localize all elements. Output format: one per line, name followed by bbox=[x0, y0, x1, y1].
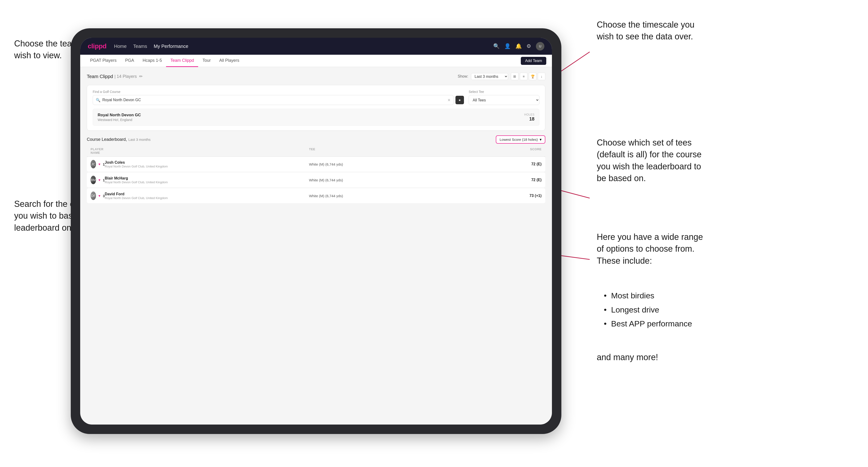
rank-2: 1 bbox=[103, 178, 105, 182]
annotation-many-more: and many more! bbox=[597, 351, 658, 363]
find-course-label: Find a Golf Course bbox=[93, 90, 464, 94]
download-btn[interactable]: ↓ bbox=[538, 73, 545, 80]
player-details-2: Blair McHarg Royal North Devon Golf Club… bbox=[105, 176, 309, 184]
settings-icon[interactable]: ⚙ bbox=[526, 43, 531, 49]
navbar-links: Home Teams My Performance bbox=[114, 44, 188, 49]
tabs-bar: PGAT Players PGA Hcaps 1-5 Team Clippd T… bbox=[80, 55, 552, 67]
tab-pga[interactable]: PGA bbox=[121, 55, 138, 67]
trophy-view-btn[interactable]: 🏆 bbox=[529, 73, 536, 80]
player-name-3: David Ford bbox=[105, 192, 309, 196]
table-row: BM ♥ 1 Blair McHarg Royal North Devon Go… bbox=[87, 173, 545, 188]
show-label: Show: bbox=[458, 74, 468, 79]
course-info: Royal North Devon GC Westward Ho!, Engla… bbox=[98, 113, 524, 122]
search-section: Find a Golf Course 🔍 ✕ ★ bbox=[87, 85, 545, 131]
team-right: Show: Last 3 months ⊞ ≡ 🏆 ↓ bbox=[458, 73, 545, 80]
search-row: Find a Golf Course 🔍 ✕ ★ bbox=[93, 90, 539, 105]
score-1: 72 (E) bbox=[513, 162, 541, 166]
annotation-bottom-right-header: Here you have a wide rangeof options to … bbox=[597, 231, 703, 267]
tee-info-1: White (M) (6,744 yds) bbox=[309, 162, 513, 166]
player-name-2: Blair McHarg bbox=[105, 176, 309, 181]
player-details-1: Josh Coles Royal North Devon Golf Club, … bbox=[105, 160, 309, 168]
player-avatar-1: JC bbox=[91, 160, 96, 168]
nav-my-performance[interactable]: My Performance bbox=[154, 44, 188, 49]
player-rank-2: BM ♥ 1 bbox=[91, 176, 105, 184]
tab-all-players[interactable]: All Players bbox=[215, 55, 244, 67]
col-player: PLAYER NAME bbox=[91, 148, 105, 154]
holes-number: 18 bbox=[524, 116, 534, 122]
tab-tour[interactable]: Tour bbox=[198, 55, 215, 67]
player-details-3: David Ford Royal North Devon Golf Club, … bbox=[105, 192, 309, 200]
list-view-btn[interactable]: ≡ bbox=[520, 73, 527, 80]
player-rank-3: DF ♥ 3 bbox=[91, 191, 105, 200]
app-container: clippd Home Teams My Performance 🔍 👤 🔔 ⚙… bbox=[80, 38, 552, 425]
player-club-1: Royal North Devon Golf Club, United King… bbox=[105, 165, 309, 168]
tab-pgat-players[interactable]: PGAT Players bbox=[86, 55, 121, 67]
tab-team-clippd[interactable]: Team Clippd bbox=[166, 55, 198, 67]
col-score: SCORE bbox=[513, 148, 541, 154]
user-avatar[interactable]: U bbox=[536, 42, 545, 51]
heart-icon-2[interactable]: ♥ bbox=[98, 178, 100, 182]
app-logo: clippd bbox=[88, 42, 106, 50]
score-dropdown[interactable]: Lowest Score (18 holes) ▾ bbox=[496, 135, 545, 144]
player-name-1: Josh Coles bbox=[105, 160, 309, 165]
player-avatar-2: BM bbox=[91, 176, 96, 184]
tee-info-3: White (M) (6,744 yds) bbox=[309, 194, 513, 198]
tablet-screen: clippd Home Teams My Performance 🔍 👤 🔔 ⚙… bbox=[80, 38, 552, 425]
add-team-button[interactable]: Add Team bbox=[521, 57, 546, 65]
course-search-wrapper: 🔍 ✕ bbox=[93, 95, 454, 105]
table-row: JC ♥ 1 Josh Coles Royal North Devon Golf… bbox=[87, 157, 545, 172]
score-2: 72 (E) bbox=[513, 178, 541, 182]
tab-hcaps[interactable]: Hcaps 1-5 bbox=[138, 55, 166, 67]
team-count: | 14 Players bbox=[115, 74, 137, 79]
annotation-top-right: Choose the timescale youwish to see the … bbox=[597, 19, 694, 43]
search-clear-icon[interactable]: ✕ bbox=[447, 98, 451, 102]
annotation-bullet-items: • Most birdies • Longest drive • Best AP… bbox=[604, 290, 692, 332]
table-header: PLAYER NAME TEE SCORE bbox=[87, 148, 545, 157]
tablet-frame: clippd Home Teams My Performance 🔍 👤 🔔 ⚙… bbox=[71, 28, 561, 434]
edit-icon[interactable]: ✏ bbox=[139, 74, 143, 79]
team-header: Team Clippd | 14 Players ✏ Show: Last 3 … bbox=[87, 73, 545, 80]
player-club-2: Royal North Devon Golf Club, United King… bbox=[105, 181, 309, 184]
navbar: clippd Home Teams My Performance 🔍 👤 🔔 ⚙… bbox=[80, 38, 552, 55]
show-select[interactable]: Last 3 months bbox=[471, 73, 508, 80]
heart-icon-3[interactable]: ♥ bbox=[98, 194, 100, 198]
player-rank-1: JC ♥ 1 bbox=[91, 160, 105, 168]
users-icon[interactable]: 👤 bbox=[504, 43, 511, 49]
tee-select[interactable]: All Tees bbox=[469, 95, 539, 105]
navbar-right: 🔍 👤 🔔 ⚙ U bbox=[493, 42, 545, 51]
annotation-middle-right: Choose which set of tees(default is all)… bbox=[597, 137, 702, 184]
leaderboard-header: Course Leaderboard, Last 3 months Lowest… bbox=[87, 135, 545, 144]
leaderboard-section: Course Leaderboard, Last 3 months Lowest… bbox=[87, 135, 545, 204]
player-avatar-3: DF bbox=[91, 191, 96, 200]
course-name: Royal North Devon GC bbox=[98, 113, 524, 118]
holes-label: Holes bbox=[524, 113, 534, 116]
col-tee: TEE bbox=[309, 148, 513, 154]
nav-home[interactable]: Home bbox=[114, 44, 126, 49]
course-result: Royal North Devon GC Westward Ho!, Engla… bbox=[93, 109, 539, 126]
leaderboard-subtitle: Last 3 months bbox=[128, 137, 151, 142]
tee-info-2: White (M) (6,744 yds) bbox=[309, 178, 513, 182]
nav-teams[interactable]: Teams bbox=[133, 44, 147, 49]
main-content: Team Clippd | 14 Players ✏ Show: Last 3 … bbox=[80, 67, 552, 425]
tee-label: Select Tee bbox=[469, 90, 539, 94]
team-title: Team Clippd bbox=[87, 74, 113, 79]
search-icon[interactable]: 🔍 bbox=[493, 43, 500, 49]
tee-group: Select Tee All Tees bbox=[469, 90, 539, 105]
player-club-3: Royal North Devon Golf Club, United King… bbox=[105, 196, 309, 200]
grid-view-btn[interactable]: ⊞ bbox=[511, 73, 519, 80]
course-search-input[interactable] bbox=[102, 98, 447, 102]
course-search-group: Find a Golf Course 🔍 ✕ ★ bbox=[93, 90, 464, 105]
table-row: DF ♥ 3 David Ford Royal North Devon Golf… bbox=[87, 188, 545, 204]
search-magnifier-icon: 🔍 bbox=[96, 98, 100, 102]
course-location: Westward Ho!, England bbox=[98, 118, 524, 122]
score-dropdown-text: Lowest Score (18 holes) bbox=[500, 137, 538, 142]
heart-icon-1[interactable]: ♥ bbox=[98, 162, 100, 166]
holes-badge: Holes 18 bbox=[524, 113, 534, 122]
rank-3: 3 bbox=[103, 194, 105, 198]
rank-1: 1 bbox=[103, 162, 105, 166]
score-3: 73 (+1) bbox=[513, 194, 541, 198]
favorite-button[interactable]: ★ bbox=[456, 96, 464, 104]
view-icons: ⊞ ≡ 🏆 ↓ bbox=[511, 73, 545, 80]
bell-icon[interactable]: 🔔 bbox=[516, 43, 522, 49]
dropdown-arrow-icon: ▾ bbox=[540, 137, 541, 142]
